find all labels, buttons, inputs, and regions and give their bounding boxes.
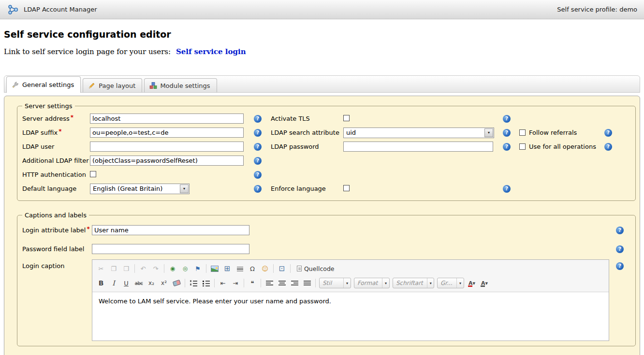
bulleted-list-icon[interactable] <box>200 277 212 289</box>
editor-toolbar: ✂❐❒↶↷◉◎⚑⊞Ω☺⊡ Quellcode BIUabcx₂x²⇤⇥❝ Sti… <box>92 260 609 292</box>
underline-icon[interactable]: U <box>120 277 132 289</box>
numbered-list-icon[interactable] <box>188 277 199 289</box>
login-attribute-help-icon[interactable]: ? <box>616 227 624 234</box>
server-address-input[interactable] <box>90 114 244 124</box>
use-for-all-operations-help-icon[interactable]: ? <box>604 143 612 151</box>
special-character-icon[interactable]: Ω <box>247 263 258 274</box>
size-combo[interactable]: Gr... ▾ <box>437 278 464 288</box>
remove-format-icon[interactable] <box>171 277 182 289</box>
horizontal-rule-icon[interactable] <box>234 263 246 274</box>
copy-icon[interactable]: ❐ <box>108 263 119 274</box>
tab-page-layout[interactable]: Page layout <box>83 78 142 92</box>
additional-ldap-filter-input[interactable] <box>90 156 244 166</box>
ldap-password-label: LDAP password <box>271 143 343 150</box>
ldap-search-attribute-select[interactable]: uid ▾ <box>343 128 494 138</box>
format-combo[interactable]: Format ▾ <box>354 278 390 288</box>
indent-icon[interactable]: ⇥ <box>230 277 241 289</box>
redo-icon[interactable]: ↷ <box>150 263 161 274</box>
source-button[interactable]: Quellcode <box>293 263 338 274</box>
password-field-help-icon[interactable]: ? <box>616 245 624 253</box>
align-right-icon[interactable] <box>289 277 300 289</box>
smiley-icon[interactable]: ☺ <box>259 263 271 274</box>
table-icon[interactable]: ⊞ <box>221 263 233 274</box>
outdent-icon[interactable]: ⇤ <box>217 277 229 289</box>
image-icon[interactable] <box>209 263 220 274</box>
password-field-label-row: Password field label ? <box>22 240 630 258</box>
label-text: LDAP suffix <box>22 129 58 136</box>
use-for-all-operations-checkbox[interactable] <box>519 143 526 150</box>
follow-referrals-checkbox[interactable] <box>519 129 526 136</box>
ldap-suffix-help-icon[interactable]: ? <box>254 129 262 137</box>
enforce-language-help-icon[interactable]: ? <box>503 185 511 193</box>
activate-tls-help-icon[interactable]: ? <box>503 115 511 123</box>
password-field-input[interactable] <box>92 244 249 254</box>
chevron-down-icon: ▾ <box>484 128 493 137</box>
italic-icon[interactable]: I <box>108 277 119 289</box>
chevron-down-icon: ▾ <box>456 278 464 288</box>
default-language-help-icon[interactable]: ? <box>254 185 262 193</box>
align-left-icon[interactable] <box>263 277 275 289</box>
toolbar-separator <box>214 279 215 287</box>
http-authentication-help-icon[interactable]: ? <box>254 171 262 179</box>
self-service-login-link[interactable]: Self service login <box>176 47 246 56</box>
profile-indicator: Self service profile: demo <box>557 6 637 13</box>
server-settings-fieldset: Server settings Server address* ? Activa… <box>17 102 636 201</box>
bulleted-list-shape <box>202 280 210 286</box>
toolbar-separator <box>315 279 316 287</box>
styles-combo[interactable]: Stil ▾ <box>319 278 351 288</box>
tab-label: General settings <box>22 81 74 88</box>
align-center-icon[interactable] <box>276 277 288 289</box>
login-caption-help-cell: ? <box>609 258 630 270</box>
anchor-icon[interactable]: ⚑ <box>192 263 204 274</box>
ldap-suffix-input[interactable] <box>90 128 244 138</box>
ldap-search-attribute-help-icon[interactable]: ? <box>503 129 511 137</box>
tab-label: Module settings <box>160 82 210 89</box>
subscript-icon[interactable]: x₂ <box>146 277 157 289</box>
chevron-down-icon: ▾ <box>427 278 434 288</box>
editor-content[interactable]: Welcome to LAM self service. Please ente… <box>92 292 609 341</box>
general-settings-panel: Server settings Server address* ? Activa… <box>4 96 640 355</box>
label-text: Server address <box>22 115 70 122</box>
enforce-language-checkbox[interactable] <box>343 185 350 191</box>
cut-icon[interactable]: ✂ <box>95 263 107 274</box>
additional-ldap-filter-row: Additional LDAP filter ? <box>22 154 630 168</box>
ldap-search-attribute-label: LDAP search attribute <box>271 129 343 136</box>
background-color-icon[interactable]: A▾ <box>479 277 490 289</box>
link-icon[interactable]: ◉ <box>167 263 178 274</box>
ldap-user-input[interactable] <box>90 142 244 152</box>
source-button-label: Quellcode <box>304 265 335 272</box>
ldap-password-input[interactable] <box>343 142 493 152</box>
tab-module-settings[interactable]: Module settings <box>144 78 217 92</box>
login-attribute-input[interactable] <box>92 225 249 235</box>
default-language-select[interactable]: English (Great Britain) ▾ <box>90 184 190 194</box>
activate-tls-checkbox[interactable] <box>343 115 350 121</box>
strikethrough-icon[interactable]: abc <box>133 277 145 289</box>
blockquote-icon[interactable]: ❝ <box>247 277 258 289</box>
use-for-all-operations-label: Use for all operations <box>529 143 596 150</box>
login-caption-label: Login caption <box>22 258 92 270</box>
http-authentication-checkbox[interactable] <box>90 171 96 177</box>
align-justify-icon[interactable] <box>301 277 313 289</box>
server-address-label: Server address* <box>22 115 90 122</box>
ldap-password-help-icon[interactable]: ? <box>503 143 511 151</box>
iframe-icon[interactable]: ⊡ <box>276 263 288 274</box>
bold-icon[interactable]: B <box>95 277 107 289</box>
text-color-icon[interactable]: A▾ <box>466 277 478 289</box>
label-text: Login attribute label <box>22 227 86 234</box>
login-caption-help-icon[interactable]: ? <box>616 262 624 270</box>
paste-icon[interactable]: ❒ <box>120 263 132 274</box>
undo-icon[interactable]: ↶ <box>137 263 149 274</box>
superscript-icon[interactable]: x² <box>158 277 170 289</box>
server-address-help-icon[interactable]: ? <box>254 115 262 123</box>
tab-general-settings[interactable]: General settings <box>6 76 81 93</box>
remove-format-shape <box>172 280 180 286</box>
unlink-icon[interactable]: ◎ <box>179 263 191 274</box>
additional-ldap-filter-help-icon[interactable]: ? <box>254 157 262 165</box>
font-combo[interactable]: Schriftart ▾ <box>393 278 434 288</box>
tab-bar: General settings Page layout Module sett… <box>4 75 640 93</box>
editor-text: Welcome to LAM self service. Please ente… <box>99 298 331 305</box>
modules-icon <box>149 82 157 89</box>
ldap-user-help-icon[interactable]: ? <box>254 143 262 151</box>
follow-referrals-help-icon[interactable]: ? <box>604 129 612 137</box>
combo-label: Gr... <box>440 280 453 286</box>
